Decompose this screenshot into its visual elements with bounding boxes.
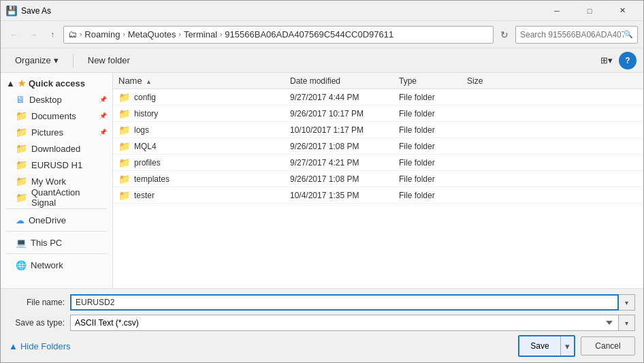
folder-icon: 📁	[118, 92, 130, 103]
file-name-dropdown-button[interactable]: ▾	[619, 294, 635, 311]
organize-label: Organize	[15, 55, 51, 65]
file-row-type: File folder	[399, 142, 467, 151]
table-row[interactable]: 📁 logs 10/10/2017 1:17 PM File folder	[113, 122, 643, 138]
sidebar-item-network[interactable]: 🌐 Network	[1, 257, 112, 273]
up-button[interactable]: ↑	[44, 27, 61, 43]
search-box[interactable]: 🔍	[515, 26, 638, 44]
table-row[interactable]: 📁 profiles 9/27/2017 4:21 PM File folder	[113, 155, 643, 171]
organize-chevron-icon: ▾	[54, 55, 59, 65]
save-as-type-row: Save as type: ASCII Text (*.csv) ▾	[9, 315, 635, 331]
sidebar-item-desktop[interactable]: 🖥 Desktop 📌	[1, 91, 112, 108]
file-row-date: 10/10/2017 1:17 PM	[290, 125, 399, 135]
path-part-roaming: Roaming	[84, 29, 120, 40]
sidebar: ▲ ★ Quick access 🖥 Desktop 📌 📁 Documents…	[1, 73, 113, 288]
file-name-text: history	[134, 109, 158, 119]
address-bar: ← → ↑ 🗂 › Roaming › MetaQuotes › Termina…	[1, 21, 643, 48]
refresh-button[interactable]: ↻	[496, 27, 513, 43]
view-arrow-icon: ▾	[608, 55, 613, 65]
pictures-pin-icon: 📌	[99, 129, 107, 136]
file-row-type: File folder	[399, 93, 467, 102]
help-button[interactable]: ?	[619, 52, 637, 69]
file-row-type: File folder	[399, 174, 467, 184]
file-row-date: 9/26/2017 1:08 PM	[290, 174, 399, 184]
file-row-date: 9/27/2017 4:21 PM	[290, 158, 399, 168]
window-controls: ─ □ ✕	[541, 1, 638, 21]
save-arrow-button[interactable]: ▾	[560, 336, 574, 356]
save-as-type-select[interactable]: ASCII Text (*.csv)	[70, 315, 619, 331]
file-row-type: File folder	[399, 109, 467, 119]
search-icon: 🔍	[624, 30, 633, 39]
column-date-header[interactable]: Date modified	[290, 76, 399, 86]
quick-access-header[interactable]: ▲ ★ Quick access	[1, 76, 112, 91]
downloaded-folder-icon: 📁	[16, 143, 27, 154]
folder-icon: 📁	[118, 157, 130, 168]
view-button[interactable]: ⊞ ▾	[597, 52, 616, 69]
file-list: Name ▲ Date modified Type Size 📁 config …	[113, 73, 643, 288]
column-type-header[interactable]: Type	[399, 76, 467, 86]
search-input[interactable]	[520, 30, 624, 40]
file-name-text: templates	[134, 174, 170, 184]
table-row[interactable]: 📁 MQL4 9/26/2017 1:08 PM File folder	[113, 138, 643, 155]
save-button[interactable]: Save	[519, 336, 560, 356]
sidebar-item-downloaded[interactable]: 📁 Downloaded	[1, 140, 112, 157]
path-part-metaquotes: MetaQuotes	[128, 29, 176, 40]
sort-arrow-icon: ▲	[146, 78, 152, 85]
save-button-group: Save ▾	[518, 335, 575, 357]
mywork-folder-icon: 📁	[16, 176, 27, 187]
path-part-id: 915566BA06ADA407569C544CC0D97611	[225, 29, 393, 40]
file-name-text: logs	[134, 125, 149, 135]
file-row-date: 9/27/2017 4:44 PM	[290, 93, 399, 102]
maximize-button[interactable]: □	[574, 1, 605, 21]
file-name-text: config	[134, 93, 156, 102]
hide-folders-chevron-icon: ▲	[9, 341, 18, 351]
file-row-name: 📁 tester	[113, 190, 290, 201]
view-grid-icon: ⊞	[600, 55, 608, 65]
main-content: ▲ ★ Quick access 🖥 Desktop 📌 📁 Documents…	[1, 73, 643, 288]
desktop-folder-icon: 🖥	[16, 94, 25, 105]
sidebar-item-pictures[interactable]: 📁 Pictures 📌	[1, 124, 112, 140]
file-row-name: 📁 config	[113, 92, 290, 103]
toolbar-right: ⊞ ▾ ?	[597, 52, 637, 69]
forward-button[interactable]: →	[25, 27, 42, 43]
table-row[interactable]: 📁 history 9/26/2017 10:17 PM File folder	[113, 106, 643, 122]
file-name-label: File name:	[9, 298, 70, 307]
save-as-type-dropdown-button[interactable]: ▾	[619, 315, 635, 331]
sidebar-item-eurusd[interactable]: 📁 EURUSD H1	[1, 157, 112, 173]
table-row[interactable]: 📁 config 9/27/2017 4:44 PM File folder	[113, 89, 643, 106]
onedrive-icon: ☁	[16, 215, 25, 225]
bottom-panel: File name: ▾ Save as type: ASCII Text (*…	[1, 288, 643, 362]
folder-icon: 📁	[118, 174, 130, 185]
organize-button[interactable]: Organize ▾	[7, 52, 66, 69]
minimize-button[interactable]: ─	[541, 1, 573, 21]
hide-folders-button[interactable]: ▲ Hide Folders	[9, 341, 71, 351]
folder-icon: 📁	[118, 190, 130, 201]
folder-icon: 📁	[118, 108, 130, 119]
sidebar-divider-1	[6, 208, 107, 209]
back-button[interactable]: ←	[6, 27, 22, 43]
file-row-name: 📁 templates	[113, 174, 290, 185]
address-path[interactable]: 🗂 › Roaming › MetaQuotes › Terminal › 91…	[63, 26, 494, 44]
sidebar-item-quantaction[interactable]: 📁 QuantAction Signal	[1, 189, 112, 206]
file-row-date: 9/26/2017 10:17 PM	[290, 109, 399, 119]
sidebar-item-pictures-label: Pictures	[31, 127, 63, 138]
sidebar-item-downloaded-label: Downloaded	[31, 144, 80, 154]
save-arrow-icon: ▾	[565, 341, 570, 351]
path-icon: 🗂	[68, 29, 77, 40]
sidebar-item-onedrive[interactable]: ☁ OneDrive	[1, 212, 112, 228]
file-name-text: profiles	[134, 158, 161, 168]
file-name-input[interactable]	[70, 294, 619, 311]
title-bar: 💾 Save As ─ □ ✕	[1, 1, 643, 21]
path-part-terminal: Terminal	[184, 29, 217, 40]
sidebar-item-documents[interactable]: 📁 Documents 📌	[1, 108, 112, 124]
cancel-button[interactable]: Cancel	[581, 336, 635, 356]
new-folder-button[interactable]: New folder	[80, 52, 138, 69]
file-name-row: File name: ▾	[9, 294, 635, 311]
column-name-header[interactable]: Name ▲	[113, 76, 290, 86]
close-button[interactable]: ✕	[607, 1, 638, 21]
column-size-header[interactable]: Size	[467, 76, 521, 86]
table-row[interactable]: 📁 tester 10/4/2017 1:35 PM File folder	[113, 187, 643, 204]
documents-folder-icon: 📁	[16, 110, 27, 121]
sidebar-item-thispc[interactable]: 💻 This PC	[1, 234, 112, 251]
file-row-name: 📁 profiles	[113, 157, 290, 168]
table-row[interactable]: 📁 templates 9/26/2017 1:08 PM File folde…	[113, 171, 643, 187]
